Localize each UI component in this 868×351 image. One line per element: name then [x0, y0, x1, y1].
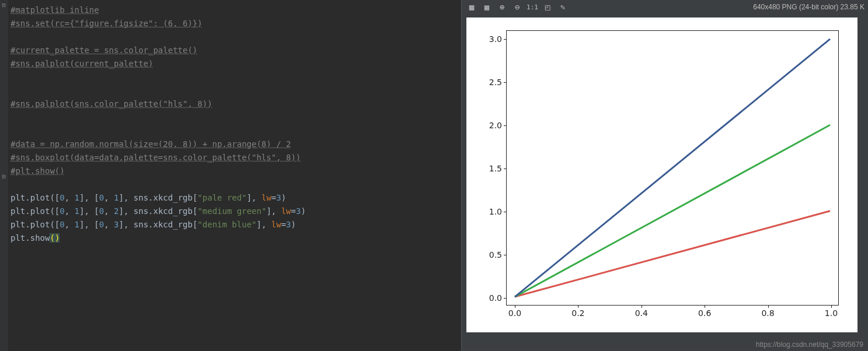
chart-canvas: 0.00.51.01.52.02.53.00.00.20.40.60.81.0	[466, 17, 857, 332]
series-line	[515, 39, 830, 297]
fold-icon[interactable]: ⊟	[1, 2, 6, 8]
editor-gutter: ⊟ ⊟	[0, 0, 8, 351]
code-block[interactable]: #matplotlib inline #sns.set(rc={"figure.…	[11, 3, 461, 245]
fold-icon[interactable]: ⊟	[1, 174, 6, 179]
zoom-in-icon[interactable]: ⊕	[497, 2, 507, 12]
series-line	[515, 211, 830, 297]
image-info-label: 640x480 PNG (24-bit color) 23.85 K	[753, 3, 868, 11]
fold-handles: ⊟ ⊟	[1, 0, 7, 351]
chart-lines	[507, 31, 838, 305]
checker-icon[interactable]: ▩	[466, 2, 477, 12]
eyedropper-icon[interactable]: ✎	[557, 2, 568, 12]
box-icon[interactable]: ◰	[542, 2, 553, 12]
one-to-one-icon[interactable]: 1:1	[527, 2, 538, 12]
code-editor[interactable]: ⊟ ⊟ #matplotlib inline #sns.set(rc={"fig…	[0, 0, 461, 351]
workspace: ⊟ ⊟ #matplotlib inline #sns.set(rc={"fig…	[0, 0, 868, 351]
watermark-label: https://blog.csdn.net/qq_33905679	[756, 341, 863, 349]
image-viewer: ▩ ▦ ⊕ ⊖ 1:1 ◰ ✎ 640x480 PNG (24-bit colo…	[461, 0, 868, 351]
series-line	[515, 125, 830, 297]
viewer-toolbar: ▩ ▦ ⊕ ⊖ 1:1 ◰ ✎ 640x480 PNG (24-bit colo…	[462, 0, 868, 14]
chart-holder: 0.00.51.01.52.02.53.00.00.20.40.60.81.0	[462, 14, 868, 351]
zoom-out-icon[interactable]: ⊖	[512, 2, 522, 12]
grid-icon[interactable]: ▦	[482, 2, 492, 12]
chart-axes: 0.00.51.01.52.02.53.00.00.20.40.60.81.0	[506, 30, 839, 306]
